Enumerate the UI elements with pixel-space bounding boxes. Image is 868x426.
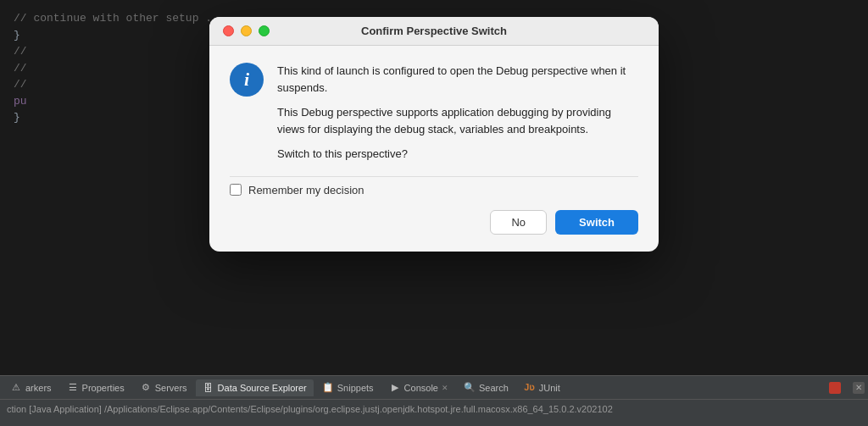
remember-label[interactable]: Remember my decision — [248, 184, 364, 196]
dialog-content-row: i This kind of launch is configured to o… — [230, 63, 638, 163]
markers-icon: ⚠ — [10, 382, 22, 394]
snippets-icon: 📋 — [322, 382, 334, 394]
tab-servers[interactable]: ⚙ Servers — [133, 379, 194, 396]
tab-console-label: Console — [404, 383, 438, 393]
dialog-buttons: No Switch — [230, 210, 638, 238]
remember-decision-row: Remember my decision — [230, 176, 638, 210]
maximize-button[interactable] — [259, 25, 270, 36]
junit-icon: Jʋ — [524, 382, 536, 394]
tab-properties-label: Properties — [82, 383, 125, 393]
close-button[interactable] — [223, 25, 234, 36]
remember-checkbox[interactable] — [230, 184, 242, 196]
tab-datasource-label: Data Source Explorer — [218, 383, 307, 393]
confirm-dialog: Confirm Perspective Switch i This kind o… — [209, 17, 659, 252]
no-button[interactable]: No — [490, 210, 547, 235]
tab-servers-label: Servers — [155, 383, 187, 393]
bottom-bar: ⚠ arkers ☰ Properties ⚙ Servers 🗄 Data S… — [0, 375, 868, 426]
search-icon: 🔍 — [464, 382, 476, 394]
tab-markers-label: arkers — [25, 383, 52, 393]
tab-snippets[interactable]: 📋 Snippets — [315, 379, 381, 396]
status-bar: ction [Java Application] /Applications/E… — [0, 399, 868, 418]
datasource-icon: 🗄 — [203, 382, 214, 394]
tab-snippets-label: Snippets — [337, 383, 374, 393]
tab-search-label: Search — [479, 383, 509, 393]
tab-junit[interactable]: Jʋ JUnit — [517, 379, 567, 396]
dialog-text-line1: This kind of launch is configured to ope… — [277, 63, 638, 96]
console-close-icon: ✕ — [442, 384, 448, 392]
status-text: ction [Java Application] /Applications/E… — [7, 404, 613, 414]
stop-icon[interactable] — [829, 382, 841, 394]
tab-console[interactable]: ▶ Console ✕ — [382, 379, 455, 396]
minimize-button[interactable] — [241, 25, 252, 36]
console-icon: ▶ — [389, 382, 401, 394]
titlebar-controls — [223, 25, 270, 36]
close-bar-icon[interactable]: ✕ — [853, 382, 865, 394]
dialog-text-line2: This Debug perspective supports applicat… — [277, 104, 638, 137]
tab-bar: ⚠ arkers ☰ Properties ⚙ Servers 🗄 Data S… — [0, 375, 868, 399]
tab-datasource[interactable]: 🗄 Data Source Explorer — [196, 379, 314, 396]
tab-search[interactable]: 🔍 Search — [457, 379, 515, 396]
dialog-title: Confirm Perspective Switch — [361, 25, 507, 37]
switch-button[interactable]: Switch — [555, 210, 638, 235]
tab-junit-label: JUnit — [539, 383, 560, 393]
servers-icon: ⚙ — [140, 382, 152, 394]
dialog-titlebar: Confirm Perspective Switch — [209, 17, 659, 46]
tab-markers[interactable]: ⚠ arkers — [3, 379, 58, 396]
info-icon: i — [230, 63, 264, 97]
properties-icon: ☰ — [67, 382, 79, 394]
dialog-text: This kind of launch is configured to ope… — [277, 63, 638, 163]
dialog-text-line3: Switch to this perspective? — [277, 146, 638, 163]
dialog-body: i This kind of launch is configured to o… — [209, 46, 659, 252]
tab-properties[interactable]: ☰ Properties — [60, 379, 131, 396]
